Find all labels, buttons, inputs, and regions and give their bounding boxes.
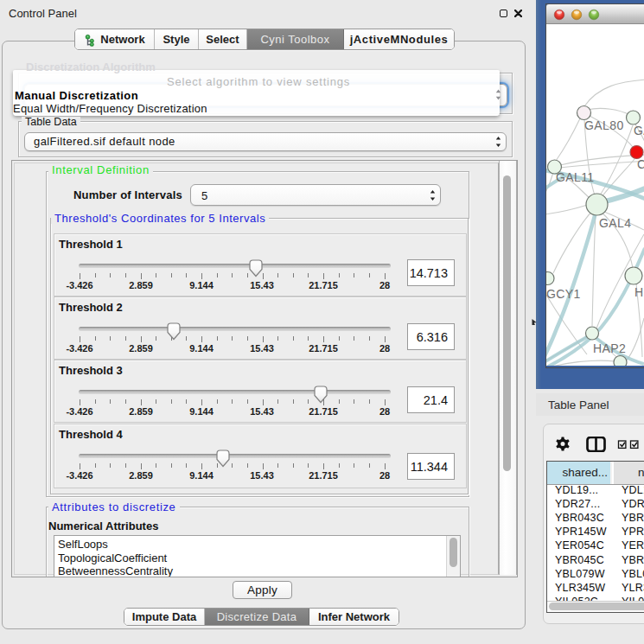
svg-text:GA: GA	[634, 124, 644, 137]
svg-text:H: H	[634, 285, 644, 299]
svg-text:C: C	[637, 157, 644, 171]
svg-text:GAL11: GAL11	[556, 170, 595, 184]
svg-text:GAL80: GAL80	[584, 118, 624, 132]
svg-text:GAL4: GAL4	[599, 216, 631, 230]
svg-text:GCY1: GCY1	[546, 287, 581, 301]
svg-text:HAP2: HAP2	[593, 341, 626, 355]
